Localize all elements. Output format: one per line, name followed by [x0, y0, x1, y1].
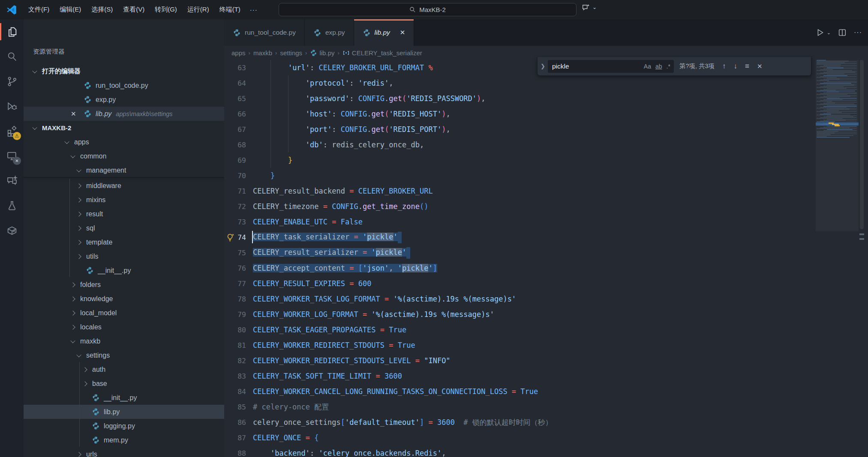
run-python-button[interactable]: ⌄ — [815, 28, 831, 37]
code-line-69[interactable]: 69 } — [224, 152, 816, 168]
code-line-74[interactable]: 74CELERY_task_serializer = 'pickle' — [224, 230, 816, 245]
code-line-88[interactable]: 88 'backend': 'celery_once.backends.Redi… — [224, 445, 816, 457]
minimap-slider[interactable] — [816, 60, 859, 231]
tree-item-folders[interactable]: folders — [24, 278, 224, 292]
find-next-icon[interactable]: ↓ — [734, 62, 738, 71]
activity-search[interactable] — [0, 44, 24, 69]
tree-item-maxkb[interactable]: maxkb — [24, 334, 224, 348]
activity-testing[interactable] — [0, 193, 24, 218]
code-line-87[interactable]: 87CELERY_ONCE = { — [224, 430, 816, 445]
code-line-65[interactable]: 65 'password': CONFIG.get('REDIS_PASSWOR… — [224, 91, 816, 106]
code-line-72[interactable]: 72CELERY_timezone = CONFIG.get_time_zone… — [224, 199, 816, 214]
editor-scrollbar[interactable] — [859, 60, 865, 457]
tree-item-local_model[interactable]: local_model — [24, 306, 224, 320]
close-icon[interactable]: ✕ — [71, 110, 76, 118]
activity-containers[interactable] — [0, 218, 24, 243]
tree-item-sql[interactable]: sql — [24, 221, 224, 235]
editor-more-actions[interactable]: ··· — [854, 29, 862, 36]
tab-lib.py[interactable]: lib.py✕ — [354, 19, 414, 46]
menu-5[interactable]: 运行(R) — [182, 3, 214, 16]
breadcrumb-item-maxkb[interactable]: maxkb — [253, 49, 272, 57]
code-line-86[interactable]: 86celery_once_settings['default_timeout'… — [224, 415, 816, 430]
open-editor-exp.py[interactable]: exp.py — [24, 93, 224, 107]
menu-4[interactable]: 转到(G) — [150, 3, 182, 16]
tree-item-common[interactable]: common — [24, 149, 224, 163]
code-line-64[interactable]: 64 'protocol': 'redis', — [224, 75, 816, 91]
breadcrumb-item-lib.py[interactable]: lib.py — [310, 49, 334, 57]
code-line-77[interactable]: 77CELERY_RESULT_EXPIRES = 600 — [224, 276, 816, 291]
tree-item-base[interactable]: base — [24, 376, 224, 391]
open-editor-lib.py[interactable]: ✕lib.pyapps\maxkb\settings — [24, 107, 224, 121]
code-line-78[interactable]: 78CELERY_WORKER_TASK_LOG_FORMAT = '%(asc… — [224, 291, 816, 307]
tree-item-knowledge[interactable]: knowledge — [24, 292, 224, 306]
tree-item-__init__.py[interactable]: __init__.py — [24, 391, 224, 405]
tree-item-urls[interactable]: urls — [24, 447, 224, 457]
find-close-icon[interactable]: ✕ — [757, 63, 763, 70]
tab-exp.py[interactable]: exp.py — [305, 19, 354, 46]
activity-remote-explorer[interactable]: ✕ — [0, 143, 24, 168]
tree-item-locales[interactable]: locales — [24, 320, 224, 334]
tree-item-logging.py[interactable]: logging.py — [24, 419, 224, 433]
tree-item-template[interactable]: template — [24, 235, 224, 249]
tree-item-utils[interactable]: utils — [24, 249, 224, 263]
code-line-79[interactable]: 79CELERY_WORKER_LOG_FORMAT = '%(asctime)… — [224, 307, 816, 322]
whole-word-icon[interactable]: ab — [655, 63, 662, 70]
code-line-83[interactable]: 83CELERY_TASK_SOFT_TIME_LIMIT = 3600 — [224, 368, 816, 384]
activity-extensions[interactable]: ⚠ — [0, 119, 24, 143]
tree-item-lib.py[interactable]: lib.py — [24, 405, 224, 419]
copilot-chat-button[interactable]: ⌄ — [581, 3, 597, 12]
tree-item-mem.py[interactable]: mem.py — [24, 433, 224, 447]
tree-item-mixins[interactable]: mixins — [24, 193, 224, 207]
match-case-icon[interactable]: Aa — [644, 63, 651, 70]
code-line-66[interactable]: 66 'host': CONFIG.get('REDIS_HOST'), — [224, 106, 816, 122]
code-area[interactable]: 63 'url': CELERY_BROKER_URL_FORMAT %64 '… — [224, 60, 868, 457]
tree-item-auth[interactable]: auth — [24, 362, 224, 376]
open-editor-run_tool_code.py[interactable]: run_tool_code.py — [24, 78, 224, 93]
split-editor-icon[interactable] — [838, 28, 847, 37]
activity-source-control[interactable] — [0, 69, 24, 94]
breadcrumb-item-settings[interactable]: settings — [280, 49, 302, 57]
code-line-80[interactable]: 80CELERY_TASK_EAGER_PROPAGATES = True — [224, 322, 816, 338]
code-line-73[interactable]: 73CELERY_ENABLE_UTC = False — [224, 214, 816, 230]
close-icon[interactable]: ✕ — [400, 29, 405, 36]
menu-2[interactable]: 选择(S) — [86, 3, 118, 16]
scrollbar-slider[interactable] — [860, 60, 864, 229]
breadcrumb-item-apps[interactable]: apps — [231, 49, 246, 57]
code-line-68[interactable]: 68 'db': redis_celery_once_db, — [224, 137, 816, 152]
code-line-67[interactable]: 67 'port': CONFIG.get('REDIS_PORT'), — [224, 122, 816, 137]
tab-run_tool_code.py[interactable]: run_tool_code.py — [224, 19, 305, 46]
tree-item-apps[interactable]: apps — [24, 135, 224, 149]
minimap[interactable] — [816, 60, 859, 457]
code-line-84[interactable]: 84CELERY_WORKER_CANCEL_LONG_RUNNING_TASK… — [224, 384, 816, 399]
tree-item-settings[interactable]: settings — [24, 348, 224, 362]
code-line-76[interactable]: 76CELERY_accept_content = ['json', 'pick… — [224, 260, 816, 276]
find-input[interactable]: pickle Aa ab .* — [548, 60, 674, 73]
find-query-text[interactable]: pickle — [552, 63, 640, 70]
find-toggle-replace-icon[interactable]: ❯ — [538, 63, 548, 69]
activity-explorer[interactable] — [0, 19, 24, 44]
code-line-75[interactable]: 75CELERY_result_serializer = 'pickle' — [224, 245, 816, 260]
tree-item-__init__.py[interactable]: __init__.py — [24, 263, 224, 278]
workspace-header[interactable]: MAXKB-2 — [24, 121, 224, 135]
breadcrumb[interactable]: apps›maxkb›settings›lib.py›CELERY_task_s… — [231, 46, 422, 60]
activity-chat[interactable] — [0, 168, 24, 193]
activity-run-debug[interactable] — [0, 94, 24, 119]
code-line-82[interactable]: 82CELERY_WORKER_REDIRECT_STDOUTS_LEVEL =… — [224, 353, 816, 368]
menu-6[interactable]: 终端(T) — [214, 3, 246, 16]
menu-1[interactable]: 编辑(E) — [54, 3, 86, 16]
find-previous-icon[interactable]: ↑ — [722, 62, 726, 71]
tree-item-management[interactable]: management — [24, 163, 224, 177]
find-in-selection-icon[interactable]: ≡ — [745, 62, 749, 71]
code-line-85[interactable]: 85# celery-once 配置 — [224, 399, 816, 415]
tree-item-middleware[interactable]: middleware — [24, 179, 224, 193]
command-center-search[interactable]: MaxKB-2 — [279, 3, 577, 16]
menu-0[interactable]: 文件(F) — [23, 3, 54, 16]
code-line-70[interactable]: 70 } — [224, 168, 816, 183]
open-editors-header[interactable]: 打开的编辑器 — [24, 64, 224, 78]
code-line-71[interactable]: 71CELERY_result_backend = CELERY_BROKER_… — [224, 183, 816, 199]
tree-item-result[interactable]: result — [24, 207, 224, 221]
code-line-81[interactable]: 81CELERY_WORKER_REDIRECT_STDOUTS = True — [224, 338, 816, 353]
menu-overflow[interactable]: ··· — [246, 4, 262, 15]
menu-3[interactable]: 查看(V) — [118, 3, 150, 16]
regex-icon[interactable]: .* — [667, 63, 670, 70]
